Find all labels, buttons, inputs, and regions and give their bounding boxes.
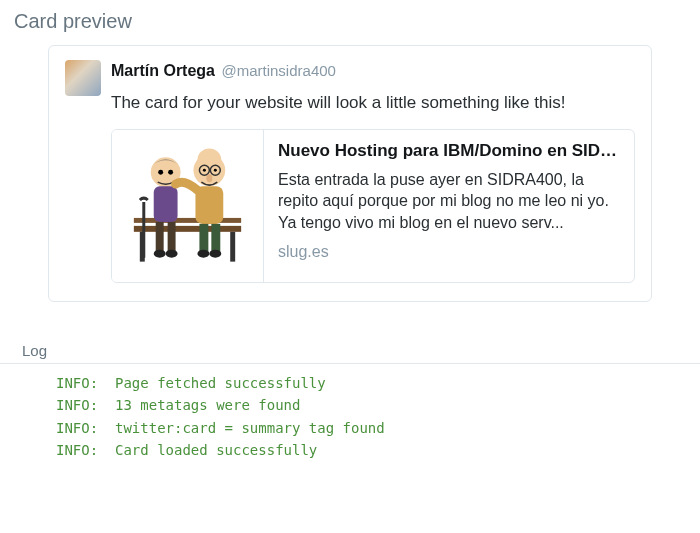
log-line: INFO: Card loaded successfully bbox=[56, 439, 700, 461]
svg-rect-10 bbox=[168, 222, 176, 252]
link-preview-image bbox=[112, 130, 264, 282]
svg-rect-23 bbox=[199, 224, 208, 252]
log-line: INFO: Page fetched successfully bbox=[56, 372, 700, 394]
svg-point-26 bbox=[209, 249, 221, 257]
svg-point-6 bbox=[158, 169, 163, 174]
svg-rect-8 bbox=[154, 186, 178, 222]
svg-rect-0 bbox=[112, 130, 263, 281]
handle[interactable]: @martinsidra400 bbox=[221, 62, 335, 79]
svg-point-20 bbox=[214, 168, 217, 171]
card-preview-container: Martín Ortega @martinsidra400 The card f… bbox=[0, 45, 700, 342]
tweet-header: Martín Ortega @martinsidra400 The card f… bbox=[65, 60, 635, 283]
svg-point-21 bbox=[206, 174, 212, 182]
link-preview-domain: slug.es bbox=[278, 243, 620, 261]
author-line: Martín Ortega @martinsidra400 bbox=[111, 60, 635, 82]
svg-rect-1 bbox=[134, 226, 241, 232]
log-line: INFO: twitter:card = summary tag found bbox=[56, 417, 700, 439]
log-output: INFO: Page fetched successfullyINFO: 13 … bbox=[0, 372, 700, 462]
log-section: Log INFO: Page fetched successfullyINFO:… bbox=[0, 342, 700, 480]
svg-point-11 bbox=[154, 249, 166, 257]
log-heading: Log bbox=[0, 342, 700, 364]
svg-point-25 bbox=[197, 249, 209, 257]
svg-rect-4 bbox=[230, 232, 235, 262]
svg-point-12 bbox=[166, 249, 178, 257]
log-line: INFO: 13 metatags were found bbox=[56, 394, 700, 416]
svg-rect-2 bbox=[134, 218, 241, 223]
card-preview-heading: Card preview bbox=[0, 0, 700, 45]
avatar[interactable] bbox=[65, 60, 101, 96]
display-name[interactable]: Martín Ortega bbox=[111, 62, 215, 79]
svg-rect-9 bbox=[156, 222, 164, 252]
svg-rect-24 bbox=[211, 224, 220, 252]
link-preview-card[interactable]: Nuevo Hosting para IBM/Domino en SID… Es… bbox=[111, 129, 635, 283]
svg-point-7 bbox=[168, 169, 173, 174]
svg-point-19 bbox=[203, 168, 206, 171]
link-preview-title: Nuevo Hosting para IBM/Domino en SID… bbox=[278, 140, 620, 163]
link-preview-description: Esta entrada la puse ayer en SIDRA400, l… bbox=[278, 169, 620, 234]
tweet-text: The card for your website will look a li… bbox=[111, 92, 635, 115]
tweet-card: Martín Ortega @martinsidra400 The card f… bbox=[48, 45, 652, 302]
